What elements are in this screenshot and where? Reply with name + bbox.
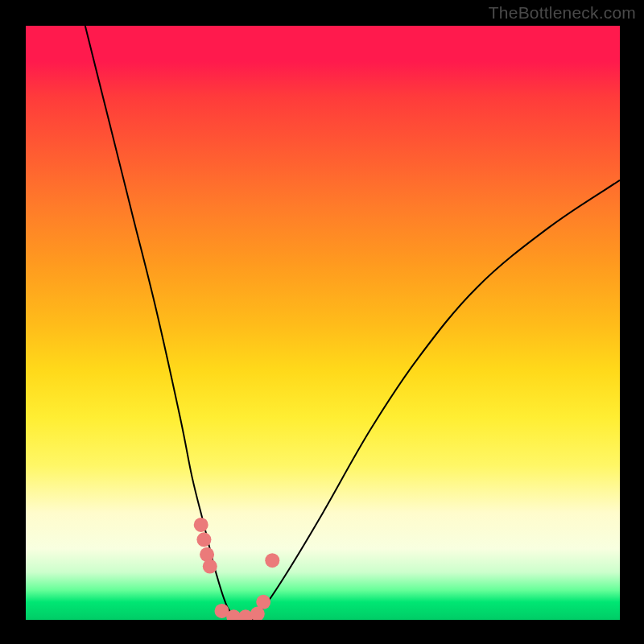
plot-area — [26, 26, 620, 620]
right-curve — [240, 180, 620, 620]
left-curve — [85, 26, 240, 620]
marker-dot — [265, 553, 279, 568]
marker-dot — [194, 518, 208, 532]
curve-layer — [26, 26, 620, 620]
chart-frame: TheBottleneck.com — [0, 0, 644, 644]
marker-dot — [203, 559, 217, 574]
watermark-text: TheBottleneck.com — [489, 3, 636, 23]
marker-dot — [196, 532, 211, 547]
marker-dot — [256, 595, 270, 609]
